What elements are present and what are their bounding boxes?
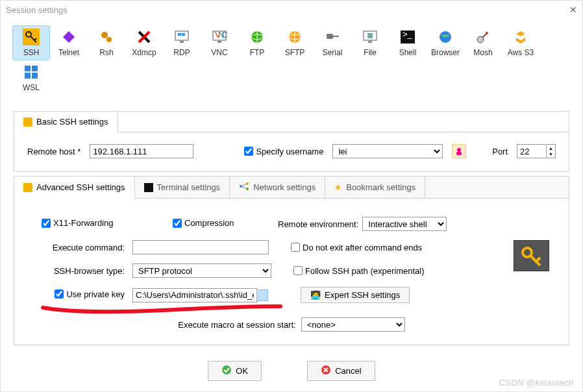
svg-line-48 bbox=[241, 186, 247, 189]
execute-command-input[interactable] bbox=[132, 240, 269, 254]
port-input[interactable] bbox=[517, 145, 546, 158]
spin-up-icon[interactable]: ▲ bbox=[547, 145, 555, 151]
cross-circle-icon bbox=[321, 365, 331, 377]
ok-button[interactable]: OK bbox=[208, 361, 262, 381]
key-icon bbox=[23, 117, 32, 127]
compression-label: Compression bbox=[184, 218, 234, 228]
expert-ssh-button[interactable]: 🧑‍💻 Expert SSH settings bbox=[301, 287, 410, 303]
aws-cubes-icon bbox=[512, 29, 529, 45]
person-icon: 🧑‍💻 bbox=[310, 290, 321, 300]
private-key-path-input[interactable] bbox=[132, 288, 257, 302]
windows-icon bbox=[23, 64, 40, 80]
svg-rect-38 bbox=[25, 66, 31, 71]
terminal-icon: >_ bbox=[399, 29, 416, 45]
session-type-label: Aws S3 bbox=[508, 48, 534, 57]
browse-file-button[interactable] bbox=[256, 289, 268, 301]
tab-label: Bookmark settings bbox=[346, 182, 416, 192]
session-type-xdmcp[interactable]: Xdmcp bbox=[125, 25, 163, 60]
compression-checkbox[interactable]: Compression bbox=[173, 218, 234, 228]
svg-rect-11 bbox=[182, 33, 185, 36]
session-type-toolbar: SSH Telnet Rsh Xdmcp RDP VNC VNC FTP SFT… bbox=[1, 19, 582, 101]
svg-rect-24 bbox=[327, 34, 333, 39]
session-type-rdp[interactable]: RDP bbox=[163, 25, 201, 60]
star-icon: ★ bbox=[334, 182, 342, 192]
svg-rect-27 bbox=[367, 33, 373, 38]
port-spinner[interactable]: ▲▼ bbox=[517, 144, 556, 158]
session-type-vnc[interactable]: VNC VNC bbox=[201, 25, 238, 60]
username-select[interactable]: lei bbox=[332, 144, 443, 158]
user-picker-button[interactable] bbox=[452, 144, 466, 158]
network-icon bbox=[239, 182, 249, 193]
session-type-shell[interactable]: >_ Shell bbox=[389, 25, 427, 60]
session-type-wsl[interactable]: WSL bbox=[12, 60, 50, 95]
window-title: Session settings bbox=[6, 5, 68, 15]
tab-advanced-ssh[interactable]: Advanced SSH settings bbox=[14, 177, 135, 199]
session-type-browser[interactable]: Browser bbox=[427, 25, 464, 60]
session-type-label: RDP bbox=[173, 48, 190, 57]
remote-host-label: Remote host * bbox=[27, 147, 81, 156]
svg-line-47 bbox=[241, 184, 247, 186]
satellite-icon bbox=[475, 29, 491, 45]
svg-marker-37 bbox=[521, 38, 525, 43]
follow-ssh-path-checkbox[interactable]: Follow SSH path (experimental) bbox=[293, 266, 425, 276]
use-pk-label: Use private key bbox=[66, 289, 125, 299]
tab-network-settings[interactable]: Network settings bbox=[230, 177, 325, 198]
session-type-sftp[interactable]: SFTP bbox=[276, 25, 314, 60]
remote-env-label: Remote environment: bbox=[278, 219, 358, 229]
close-icon[interactable]: ✕ bbox=[569, 5, 577, 15]
expert-btn-label: Expert SSH settings bbox=[325, 290, 400, 300]
use-private-key-checkbox[interactable]: Use private key bbox=[55, 289, 125, 299]
execute-command-label: Execute command: bbox=[34, 243, 125, 252]
session-type-rsh[interactable]: Rsh bbox=[88, 25, 125, 60]
specify-username-checkbox[interactable]: Specify username bbox=[244, 147, 323, 156]
svg-marker-35 bbox=[516, 31, 525, 36]
globe-orange-icon bbox=[286, 29, 303, 45]
svg-rect-41 bbox=[32, 73, 38, 79]
session-type-file[interactable]: File bbox=[351, 25, 389, 60]
remote-host-input[interactable] bbox=[90, 144, 193, 158]
tab-label: Terminal settings bbox=[157, 182, 221, 192]
watermark: CSDN @ketaotech bbox=[499, 378, 573, 387]
key-icon bbox=[23, 183, 32, 192]
session-type-aws-s3[interactable]: Aws S3 bbox=[502, 25, 540, 60]
macro-select[interactable]: <none> bbox=[301, 317, 405, 332]
svg-text:C: C bbox=[222, 30, 228, 40]
ssh-browser-type-select[interactable]: SFTP protocol bbox=[132, 263, 271, 278]
session-type-ssh[interactable]: SSH bbox=[12, 25, 50, 60]
svg-point-49 bbox=[523, 248, 532, 257]
spin-down-icon[interactable]: ▼ bbox=[547, 151, 555, 157]
terminal-icon bbox=[144, 183, 153, 192]
session-type-mosh[interactable]: Mosh bbox=[464, 25, 502, 60]
no-exit-checkbox[interactable]: Do not exit after command ends bbox=[291, 243, 422, 252]
svg-marker-36 bbox=[516, 38, 521, 43]
cancel-button[interactable]: Cancel bbox=[307, 361, 375, 381]
svg-point-52 bbox=[222, 365, 231, 374]
session-type-ftp[interactable]: FTP bbox=[238, 25, 276, 60]
tab-basic-ssh[interactable]: Basic SSH settings bbox=[14, 111, 118, 132]
svg-rect-10 bbox=[178, 33, 181, 36]
session-type-label: WSL bbox=[23, 83, 40, 92]
svg-point-42 bbox=[457, 148, 461, 152]
diamond-icon bbox=[60, 29, 77, 45]
session-type-label: File bbox=[364, 48, 376, 57]
tab-terminal-settings[interactable]: Terminal settings bbox=[135, 177, 230, 198]
svg-line-51 bbox=[536, 258, 540, 262]
svg-rect-28 bbox=[368, 41, 372, 43]
svg-rect-12 bbox=[180, 41, 184, 43]
monitor-icon bbox=[173, 29, 190, 45]
tab-bookmark-settings[interactable]: ★ Bookmark settings bbox=[325, 177, 425, 198]
svg-marker-4 bbox=[63, 31, 75, 43]
svg-rect-39 bbox=[32, 66, 38, 71]
specify-username-label: Specify username bbox=[256, 147, 323, 156]
session-type-telnet[interactable]: Telnet bbox=[50, 25, 88, 60]
svg-text:>_: >_ bbox=[403, 31, 413, 39]
x11-forwarding-checkbox[interactable]: X11-Forwarding bbox=[42, 218, 114, 228]
session-type-serial[interactable]: Serial bbox=[314, 25, 351, 60]
remote-env-select[interactable]: Interactive shell bbox=[362, 217, 447, 231]
session-type-label: Browser bbox=[431, 48, 460, 57]
macro-label: Execute macro at session start: bbox=[178, 320, 295, 330]
port-label: Port bbox=[492, 147, 508, 156]
globe-blue-icon bbox=[437, 29, 454, 45]
session-type-label: Rsh bbox=[99, 48, 113, 57]
svg-rect-40 bbox=[25, 73, 31, 79]
